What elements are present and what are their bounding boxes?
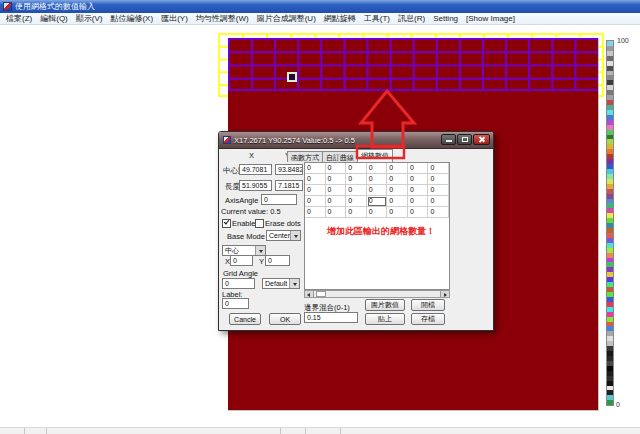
y-label: Y — [259, 257, 264, 266]
dialog-titlebar[interactable]: X17.2671 Y90.2574 Value:0.5 -> 0.5 — [219, 132, 493, 149]
axis-angle-field[interactable]: 0 — [261, 194, 297, 205]
x-offset-field[interactable]: 0 — [230, 255, 253, 266]
status-segment — [47, 428, 281, 434]
menu-item-6[interactable]: 均勻性調整(W) — [192, 13, 253, 24]
base-mode-select[interactable]: Center — [266, 230, 301, 241]
grid-cell[interactable]: 0 — [367, 163, 388, 174]
grid-cell[interactable]: 0 — [346, 196, 367, 207]
base-mode-label: Base Mode — [227, 232, 265, 241]
menu-item-3[interactable]: 顯示(V) — [72, 13, 107, 24]
open-file-button[interactable]: 開檔 — [411, 299, 445, 311]
grid-cell[interactable]: 0 — [346, 207, 367, 218]
purple-grid-region[interactable] — [228, 38, 598, 91]
grid-cell[interactable]: 0 — [367, 185, 388, 196]
grid-cell[interactable]: 0 — [326, 163, 347, 174]
enabled-checkbox[interactable] — [222, 219, 231, 228]
length-y-field[interactable]: 7.1815 — [275, 180, 303, 191]
color-scale-strip — [606, 40, 614, 406]
grid-cell[interactable]: 0 — [305, 185, 326, 196]
grid-cell[interactable]: 0 — [408, 207, 429, 218]
save-file-button[interactable]: 存檔 — [411, 313, 445, 325]
table-row: 0000000 — [305, 163, 449, 174]
grid-angle-field[interactable]: 0 — [222, 278, 255, 289]
grid-cell[interactable]: 0 — [367, 196, 388, 207]
menu-item-8[interactable]: 網點旋轉 — [320, 13, 360, 24]
grid-cell[interactable]: 0 — [346, 174, 367, 185]
grid-cell[interactable]: 0 — [346, 163, 367, 174]
grid-cell[interactable]: 0 — [346, 185, 367, 196]
scroll-left-icon[interactable] — [305, 291, 314, 297]
cancel-button[interactable]: Cancle — [229, 313, 261, 325]
grid-cell[interactable]: 0 — [305, 196, 326, 207]
grid-cell[interactable]: 0 — [305, 174, 326, 185]
tab-1[interactable]: 函數方式 — [287, 151, 323, 162]
menu-item-9[interactable]: 工具(T) — [360, 13, 394, 24]
grid-cell[interactable]: 0 — [326, 185, 347, 196]
grid-cell[interactable]: 0 — [305, 163, 326, 174]
status-segment — [341, 428, 640, 434]
close-icon[interactable] — [473, 134, 490, 145]
grid-cell[interactable]: 0 — [367, 207, 388, 218]
grid-cell[interactable]: 0 — [428, 174, 449, 185]
grid-cell[interactable]: 0 — [428, 196, 449, 207]
erase-dots-label: Erase dots — [265, 219, 301, 228]
grid-cell[interactable]: 0 — [326, 196, 347, 207]
window-titlebar[interactable]: 使用網格式的數值輸入 — [0, 0, 640, 13]
grid-cell[interactable]: 0 — [428, 207, 449, 218]
menu-item-2[interactable]: 編輯(Q) — [36, 13, 72, 24]
tab-strip: 函數方式自訂曲線網格數值 — [287, 149, 392, 162]
table-row: 0000000 — [305, 196, 449, 207]
status-segment — [25, 428, 47, 434]
dialog-icon — [223, 136, 231, 144]
chevron-down-icon — [293, 283, 297, 286]
ok-button[interactable]: OK — [269, 313, 301, 325]
grid-cell[interactable]: 0 — [387, 174, 408, 185]
status-segment — [0, 428, 25, 434]
y-offset-field[interactable]: 0 — [265, 255, 290, 266]
grid-cell[interactable]: 0 — [387, 207, 408, 218]
menu-item-12[interactable]: [Show Image] — [462, 14, 519, 23]
scrollbar-thumb[interactable] — [316, 291, 326, 297]
menu-item-10[interactable]: 訊息(R) — [394, 13, 429, 24]
table-row: 0000000 — [305, 185, 449, 196]
grid-cell[interactable]: 0 — [408, 174, 429, 185]
menu-item-1[interactable]: 檔案(Z) — [2, 13, 36, 24]
scroll-right-icon[interactable] — [440, 291, 449, 297]
grid-cell[interactable]: 0 — [387, 196, 408, 207]
horizontal-scrollbar[interactable] — [304, 290, 450, 298]
maximize-icon[interactable] — [457, 134, 472, 145]
grid-cell[interactable]: 0 — [408, 196, 429, 207]
paste-button[interactable]: 貼上 — [365, 313, 405, 325]
blend-field[interactable]: 0.15 — [304, 312, 358, 323]
label-field[interactable]: 0 — [222, 298, 249, 309]
tab-2[interactable]: 自訂曲線 — [322, 151, 358, 162]
menu-item-4[interactable]: 點位編修(X) — [106, 13, 157, 24]
dialog-body: X Y 中心點 49.7081 93.8482 長度 51.9055 7.181… — [219, 149, 493, 332]
tab-3[interactable]: 網格數值 — [357, 149, 393, 162]
table-row: 0000000 — [305, 207, 449, 218]
grid-angle-mode-select[interactable]: Default — [262, 278, 300, 289]
center-x-field[interactable]: 49.7081 — [239, 164, 272, 175]
status-segment — [281, 428, 306, 434]
grid-cell[interactable]: 0 — [408, 185, 429, 196]
scale-min-label: 0 — [616, 401, 620, 408]
erase-dots-checkbox[interactable] — [255, 219, 264, 228]
menu-item-5[interactable]: 匯出(Y) — [157, 13, 192, 24]
center-y-field[interactable]: 93.8482 — [275, 164, 303, 175]
grid-cell[interactable]: 0 — [428, 163, 449, 174]
minimize-icon[interactable] — [441, 134, 456, 145]
grid-cell[interactable]: 0 — [408, 163, 429, 174]
grid-cell[interactable]: 0 — [387, 185, 408, 196]
length-x-field[interactable]: 51.9055 — [239, 180, 272, 191]
annotation-note: 增加此區輸出的網格數量！ — [327, 225, 435, 238]
grid-cell[interactable]: 0 — [326, 207, 347, 218]
grid-cell[interactable]: 0 — [367, 174, 388, 185]
menu-item-7[interactable]: 圖片合成調整(U) — [253, 13, 320, 24]
menu-item-11[interactable]: Setting — [429, 14, 462, 23]
menu-bar: 檔案(Z)編輯(Q)顯示(V)點位編修(X)匯出(Y)均勻性調整(W)圖片合成調… — [0, 13, 640, 25]
grid-cell[interactable]: 0 — [326, 174, 347, 185]
grid-cell[interactable]: 0 — [387, 163, 408, 174]
grid-cell[interactable]: 0 — [305, 207, 326, 218]
grid-cell[interactable]: 0 — [428, 185, 449, 196]
image-values-button[interactable]: 圖片數值 — [365, 299, 405, 311]
